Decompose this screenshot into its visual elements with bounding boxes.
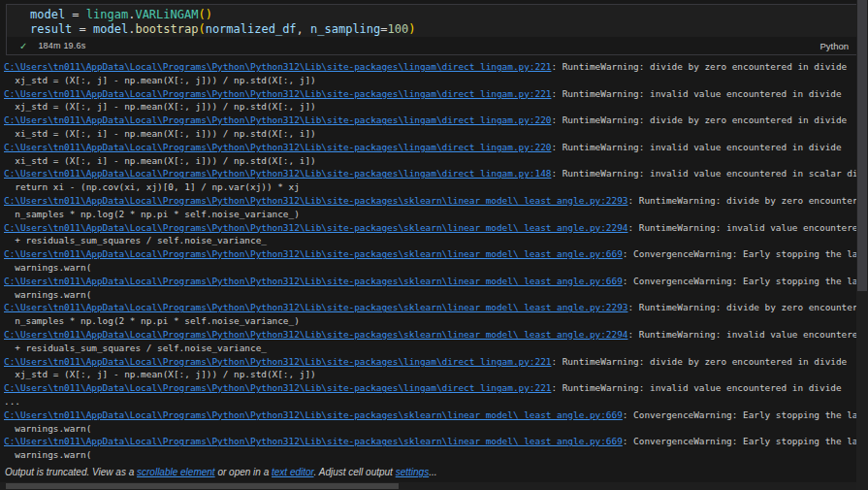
output-line: C:\Users\tn011\AppData\Local\Programs\Py… (4, 167, 856, 180)
output-line: C:\Users\tn011\AppData\Local\Programs\Py… (4, 194, 856, 208)
output-code-context: xj_std = (X[:, j] - np.mean(X[:, j])) / … (4, 101, 316, 112)
warning-text: : ConvergenceWarning: Early stopping the… (623, 409, 856, 420)
cell-code-editor[interactable]: model = lingam.VARLiNGAM()result = model… (7, 5, 856, 37)
output-line: + residuals_sum_squares / self.noise_var… (4, 342, 856, 355)
vertical-scrollbar[interactable] (856, 0, 868, 490)
output-line: C:\Users\tn011\AppData\Local\Programs\Py… (4, 60, 856, 74)
file-path-link[interactable]: C:\Users\tn011\AppData\Local\Programs\Py… (4, 276, 623, 286)
output-code-context: xj_std = (X[:, j] - np.mean(X[:, j])) / … (4, 369, 316, 379)
output-line: C:\Users\tn011\AppData\Local\Programs\Py… (4, 141, 856, 154)
output-code-context: warnings.warn( (4, 262, 91, 273)
output-code-context: + residuals_sum_squares / self.noise_var… (4, 235, 267, 245)
output-line: xi_std = (X[:, i] - np.mean(X[:, i])) / … (4, 127, 856, 141)
output-line: xj_std = (X[:, j] - np.mean(X[:, j])) / … (4, 100, 856, 114)
output-line: warnings.warn( (4, 448, 856, 462)
code-token: = (380, 22, 387, 36)
warning-text: : RuntimeWarning: divide by zero encount… (627, 302, 856, 312)
output-code-context: warnings.warn( (4, 449, 91, 460)
output-line: C:\Users\tn011\AppData\Local\Programs\Py… (4, 381, 856, 395)
warning-text: : RuntimeWarning: invalid value encounte… (627, 222, 856, 233)
warning-text: : RuntimeWarning: invalid value encounte… (627, 329, 856, 340)
file-path-link[interactable]: C:\Users\tn011\AppData\Local\Programs\Py… (4, 114, 551, 125)
output-line: xj_std = (X[:, j] - np.mean(X[:, j])) / … (4, 368, 856, 381)
settings-link[interactable]: settings (396, 467, 429, 477)
code-token: 100 (388, 22, 409, 36)
file-path-link[interactable]: C:\Users\tn011\AppData\Local\Programs\Py… (4, 382, 551, 393)
warning-text: : RuntimeWarning: invalid value encounte… (551, 168, 856, 179)
output-code-context: n_samples * np.log(2 * np.pi * self.nois… (4, 315, 300, 326)
code-token: = (72, 22, 93, 36)
code-line[interactable]: model = lingam.VARLiNGAM() (30, 8, 856, 22)
cell-output-area: C:\Users\tn011\AppData\Local\Programs\Py… (0, 60, 856, 463)
output-line: xi_std = (X[:, i] - np.mean(X[:, i])) / … (4, 154, 856, 168)
file-path-link[interactable]: C:\Users\tn011\AppData\Local\Programs\Py… (4, 142, 551, 152)
warning-text: : RuntimeWarning: invalid value encounte… (551, 142, 841, 152)
output-line: n_samples * np.log(2 * np.pi * self.nois… (4, 208, 856, 221)
file-path-link[interactable]: C:\Users\tn011\AppData\Local\Programs\Py… (4, 329, 627, 340)
code-token: result (30, 22, 72, 36)
code-token: VARLiNGAM (135, 8, 198, 21)
text-editor-link[interactable]: text editor (272, 467, 314, 477)
output-line: C:\Users\tn011\AppData\Local\Programs\Py… (4, 301, 856, 314)
output-line: C:\Users\tn011\AppData\Local\Programs\Py… (4, 408, 856, 422)
file-path-link[interactable]: C:\Users\tn011\AppData\Local\Programs\Py… (4, 302, 627, 312)
code-line[interactable]: result = model.bootstrap(normalized_df, … (30, 22, 856, 37)
file-path-link[interactable]: C:\Users\tn011\AppData\Local\Programs\Py… (4, 436, 623, 446)
notebook-code-cell: model = lingam.VARLiNGAM()result = model… (6, 4, 857, 55)
output-code-context: + residuals_sum_squares / self.noise_var… (4, 343, 267, 353)
code-token: model (30, 8, 65, 21)
horizontal-scrollbar[interactable] (0, 482, 856, 490)
vertical-scrollbar-thumb[interactable] (857, 0, 867, 291)
warning-text: : RuntimeWarning: invalid value encounte… (551, 88, 841, 99)
horizontal-scrollbar-thumb[interactable] (6, 483, 399, 489)
file-path-link[interactable]: C:\Users\tn011\AppData\Local\Programs\Py… (4, 61, 551, 72)
truncation-notice-text: . Adjust cell output (314, 467, 396, 477)
output-line: warnings.warn( (4, 261, 856, 275)
truncation-notice-text: or open in a (215, 467, 272, 477)
file-path-link[interactable]: C:\Users\tn011\AppData\Local\Programs\Py… (4, 356, 551, 367)
cell-language-picker[interactable]: Python (820, 41, 849, 51)
output-line: xj_std = (X[:, j] - np.mean(X[:, j])) / … (4, 74, 856, 87)
output-code-context: ... (4, 396, 20, 407)
truncation-notice-text: ... (429, 467, 436, 477)
warning-text: : RuntimeWarning: invalid value encounte… (551, 382, 841, 393)
code-token: ) (206, 8, 212, 21)
output-code-context: warnings.warn( (4, 289, 91, 300)
code-token: ( (198, 8, 205, 21)
truncation-notice: Output is truncated. View as a scrollabl… (0, 464, 856, 482)
output-line: return xi - (np.cov(xi, xj)[0, 1] / np.v… (4, 180, 856, 194)
execution-success-icon: ✓ (19, 41, 27, 51)
execution-duration: 184m 19.6s (38, 41, 820, 50)
warning-text: : RuntimeWarning: divide by zero encount… (627, 195, 856, 206)
output-line: n_samples * np.log(2 * np.pi * self.nois… (4, 314, 856, 328)
code-token: = (65, 8, 86, 21)
file-path-link[interactable]: C:\Users\tn011\AppData\Local\Programs\Py… (4, 195, 627, 206)
code-token: ( (198, 22, 205, 36)
output-code-context: n_samples * np.log(2 * np.pi * self.nois… (4, 209, 300, 219)
output-line: C:\Users\tn011\AppData\Local\Programs\Py… (4, 275, 856, 288)
code-token: model (93, 22, 128, 36)
output-line: C:\Users\tn011\AppData\Local\Programs\Py… (4, 247, 856, 261)
file-path-link[interactable]: C:\Users\tn011\AppData\Local\Programs\Py… (4, 409, 623, 420)
warning-text: : ConvergenceWarning: Early stopping the… (623, 276, 856, 286)
output-code-context: xi_std = (X[:, i] - np.mean(X[:, i])) / … (4, 128, 316, 139)
truncation-notice-text: Output is truncated. View as a (5, 467, 137, 477)
output-line: warnings.warn( (4, 288, 856, 302)
output-line: C:\Users\tn011\AppData\Local\Programs\Py… (4, 355, 856, 369)
output-code-context: xi_std = (X[:, i] - np.mean(X[:, i])) / … (4, 155, 316, 166)
cell-status-bar: ✓ 184m 19.6s Python (7, 37, 856, 54)
output-line: warnings.warn( (4, 422, 856, 436)
file-path-link[interactable]: C:\Users\tn011\AppData\Local\Programs\Py… (4, 168, 551, 179)
code-token: bootstrap (135, 22, 198, 36)
output-line: C:\Users\tn011\AppData\Local\Programs\Py… (4, 114, 856, 127)
scrollable-element-link[interactable]: scrollable element (137, 467, 215, 477)
output-line: + residuals_sum_squares / self.noise_var… (4, 234, 856, 247)
file-path-link[interactable]: C:\Users\tn011\AppData\Local\Programs\Py… (4, 248, 623, 259)
output-line: C:\Users\tn011\AppData\Local\Programs\Py… (4, 435, 856, 448)
code-token: , (297, 22, 310, 36)
warning-text: : RuntimeWarning: divide by zero encount… (551, 114, 847, 125)
output-line: C:\Users\tn011\AppData\Local\Programs\Py… (4, 221, 856, 235)
output-line: ... (4, 395, 856, 408)
file-path-link[interactable]: C:\Users\tn011\AppData\Local\Programs\Py… (4, 88, 551, 99)
file-path-link[interactable]: C:\Users\tn011\AppData\Local\Programs\Py… (4, 222, 627, 233)
